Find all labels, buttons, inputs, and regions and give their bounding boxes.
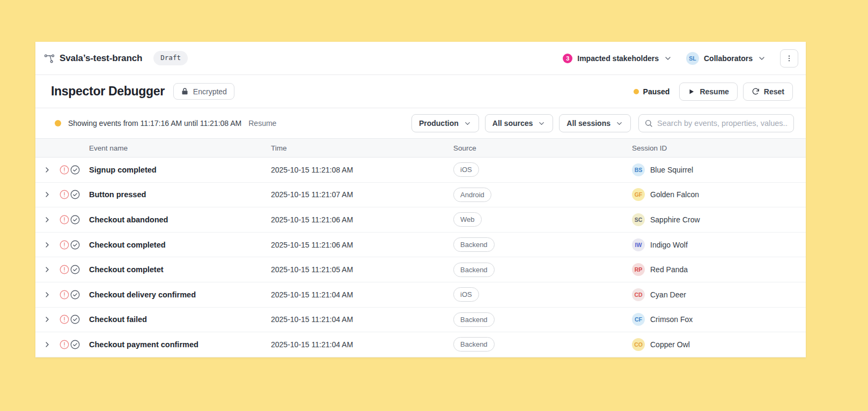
chevron-right-icon — [43, 190, 52, 199]
chevron-right-icon — [43, 315, 52, 324]
impacted-stakeholders-menu[interactable]: 3 Impacted stakeholders — [563, 54, 672, 63]
expand-row-button[interactable] — [43, 190, 52, 199]
branch-info: Svala’s-test-branch Draft — [44, 51, 188, 65]
event-time: 2025-10-15 11:21:06 AM — [271, 215, 353, 224]
column-header-source: Source — [453, 144, 632, 152]
success-icon — [70, 165, 80, 175]
session-avatar: CF — [632, 313, 645, 326]
table-row[interactable]: Checkout payment confirmed 2025-10-15 11… — [35, 332, 806, 357]
error-icon — [59, 339, 70, 350]
success-icon — [70, 189, 80, 200]
session-avatar: RP — [632, 263, 645, 276]
session-name: Copper Owl — [650, 340, 690, 349]
lock-icon — [181, 87, 189, 95]
chevron-down-icon — [538, 119, 546, 128]
source-badge: Backend — [453, 263, 495, 277]
expand-row-button[interactable] — [43, 340, 52, 349]
event-name: Button pressed — [89, 190, 146, 199]
collaborators-menu[interactable]: SL Collaborators — [686, 52, 766, 65]
search-box — [638, 114, 794, 132]
inspector-debugger-panel: Svala’s-test-branch Draft 3 Impacted sta… — [35, 42, 806, 357]
table-body: Signup completed 2025-10-15 11:21:08 AM … — [35, 158, 806, 357]
sources-dropdown[interactable]: All sources — [485, 114, 553, 132]
session-avatar: CO — [632, 338, 645, 351]
event-name: Signup completed — [89, 166, 157, 174]
table-row[interactable]: Checkout completet 2025-10-15 11:21:05 A… — [35, 257, 806, 282]
chevron-right-icon — [43, 290, 52, 299]
session-name: Red Panda — [650, 265, 688, 274]
chevron-down-icon — [615, 119, 623, 128]
chevron-right-icon — [43, 215, 52, 224]
error-icon — [59, 189, 70, 200]
source-badge: Web — [453, 212, 482, 227]
paused-status: Paused — [634, 87, 670, 96]
table-row[interactable]: Signup completed 2025-10-15 11:21:08 AM … — [35, 158, 806, 183]
error-icon — [59, 240, 70, 250]
chevron-down-icon — [664, 54, 672, 63]
table-row[interactable]: Button pressed 2025-10-15 11:21:07 AM An… — [35, 183, 806, 208]
error-icon — [59, 314, 70, 325]
reset-button[interactable]: Reset — [743, 83, 793, 101]
column-header-session-id: Session ID — [632, 144, 806, 152]
search-input[interactable] — [638, 114, 794, 132]
table-row[interactable]: Checkout failed 2025-10-15 11:21:04 AM B… — [35, 308, 806, 333]
table-row[interactable]: Checkout completed 2025-10-15 11:21:06 A… — [35, 233, 806, 258]
showing-events-text: Showing events from 11:17:16 AM until 11… — [68, 119, 241, 128]
sources-dropdown-value: All sources — [492, 119, 533, 128]
event-name: Checkout completet — [89, 265, 164, 274]
session-name: Cyan Deer — [650, 290, 686, 299]
event-time: 2025-10-15 11:21:04 AM — [271, 315, 353, 324]
success-icon — [70, 214, 80, 225]
source-badge: Backend — [453, 337, 495, 352]
event-time: 2025-10-15 11:21:04 AM — [271, 290, 353, 299]
event-time: 2025-10-15 11:21:06 AM — [271, 241, 353, 249]
more-options-button[interactable] — [780, 49, 798, 68]
collaborators-label: Collaborators — [704, 54, 753, 63]
source-badge: Android — [453, 188, 491, 202]
success-icon — [70, 289, 80, 300]
expand-row-button[interactable] — [43, 315, 52, 324]
sessions-dropdown-value: All sessions — [567, 119, 610, 128]
resume-link[interactable]: Resume — [248, 119, 276, 128]
draft-status-badge: Draft — [153, 51, 188, 65]
environment-dropdown[interactable]: Production — [411, 114, 479, 132]
source-badge: iOS — [453, 162, 479, 177]
session-name: Crimson Fox — [650, 315, 693, 324]
git-branch-icon — [44, 53, 55, 64]
table-row[interactable]: Checkout delivery confirmed 2025-10-15 1… — [35, 282, 806, 308]
chevron-down-icon — [464, 119, 472, 128]
paused-label: Paused — [643, 87, 670, 96]
chevron-right-icon — [43, 241, 52, 249]
success-icon — [70, 314, 80, 325]
error-icon — [59, 264, 70, 275]
event-name: Checkout completed — [89, 241, 166, 249]
event-name: Checkout failed — [89, 315, 147, 324]
error-icon — [59, 289, 70, 300]
reset-icon — [752, 87, 760, 95]
expand-row-button[interactable] — [43, 166, 52, 174]
collaborator-avatar: SL — [686, 52, 699, 65]
expand-row-button[interactable] — [43, 215, 52, 224]
expand-row-button[interactable] — [43, 265, 52, 274]
sessions-dropdown[interactable]: All sessions — [559, 114, 631, 132]
source-badge: Backend — [453, 312, 495, 327]
toolbar: Inspector Debugger Encrypted Paused Resu… — [35, 75, 806, 108]
chevron-right-icon — [43, 265, 52, 274]
success-icon — [70, 339, 80, 350]
expand-row-button[interactable] — [43, 241, 52, 249]
chevron-down-icon — [757, 54, 766, 63]
error-icon — [59, 214, 70, 225]
play-icon — [688, 88, 695, 95]
success-icon — [70, 264, 80, 275]
session-name: Blue Squirrel — [650, 166, 693, 174]
error-icon — [59, 165, 70, 175]
chevron-right-icon — [43, 166, 52, 174]
encrypted-button[interactable]: Encrypted — [173, 83, 234, 100]
event-time: 2025-10-15 11:21:05 AM — [271, 265, 353, 274]
expand-row-button[interactable] — [43, 290, 52, 299]
resume-button-label: Resume — [700, 87, 729, 96]
chevron-right-icon — [43, 340, 52, 349]
resume-button[interactable]: Resume — [679, 83, 737, 101]
table-row[interactable]: Checkout abandoned 2025-10-15 11:21:06 A… — [35, 207, 806, 233]
session-name: Sapphire Crow — [650, 215, 700, 224]
